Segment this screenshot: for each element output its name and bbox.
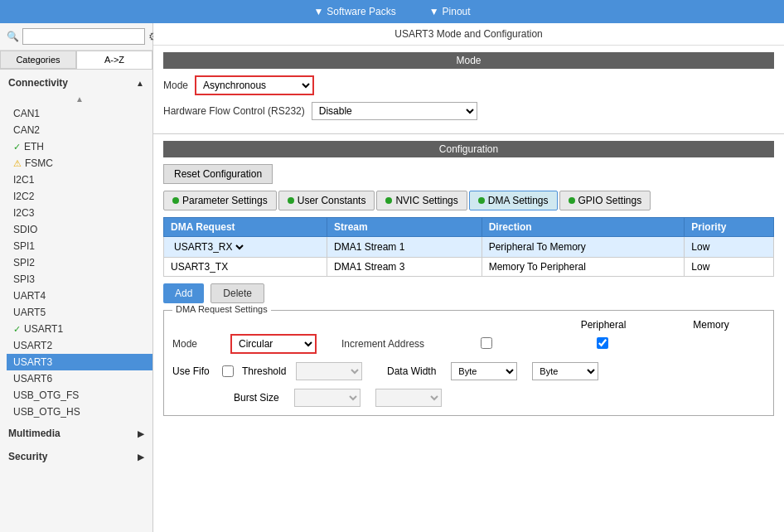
direction-cell: Memory To Peripheral xyxy=(482,258,685,277)
dma-request-select[interactable]: USART3_RX xyxy=(171,240,246,254)
sidebar-item-sdio[interactable]: SDIO xyxy=(7,221,152,238)
dma-mode-select[interactable]: Circular Normal xyxy=(232,336,315,352)
security-label: Security xyxy=(8,451,47,462)
burst-size-row: Burst Size xyxy=(172,389,765,407)
hw-flow-select[interactable]: Disable CTS Only RTS Only CTS/RTS xyxy=(312,102,477,120)
tab-nvic-settings[interactable]: NVIC Settings xyxy=(376,191,467,210)
sidebar-item-i2c3[interactable]: I2C3 xyxy=(7,205,152,221)
tab-parameter-settings[interactable]: Parameter Settings xyxy=(163,191,277,210)
dma-mode-select-wrapper: Circular Normal xyxy=(230,334,317,354)
security-header[interactable]: Security ▶ xyxy=(0,447,152,467)
sidebar-item-spi2[interactable]: SPI2 xyxy=(7,254,152,271)
sidebar-item-usart6[interactable]: USART6 xyxy=(7,370,152,387)
memory-burst-select[interactable] xyxy=(375,389,442,407)
col-direction: Direction xyxy=(482,218,685,237)
arrow-icon: ▲ xyxy=(136,79,144,88)
sidebar-item-usart2[interactable]: USART2 xyxy=(7,337,152,354)
sidebar-item-label: USB_OTG_HS xyxy=(13,406,80,418)
sidebar-item-label: UART4 xyxy=(13,290,46,302)
mode-settings-row: Mode Circular Normal Increment Address xyxy=(172,334,765,354)
tab-label: User Constants xyxy=(298,195,366,206)
sidebar-item-label: I2C2 xyxy=(13,191,34,202)
content-title: USART3 Mode and Configuration xyxy=(153,23,784,46)
sidebar-item-usb-otg-hs[interactable]: USB_OTG_HS xyxy=(7,404,152,420)
mode-select-wrapper: Asynchronous Synchronous Disable xyxy=(195,75,314,95)
col-priority: Priority xyxy=(685,218,774,237)
sidebar-search-bar: 🔍 ⚙ xyxy=(0,23,152,51)
sidebar-item-label: USART2 xyxy=(13,340,52,351)
sidebar-item-uart4[interactable]: UART4 xyxy=(7,288,152,304)
tab-user-constants[interactable]: User Constants xyxy=(278,191,375,210)
tab-categories[interactable]: Categories xyxy=(0,51,76,69)
peripheral-checkbox[interactable] xyxy=(481,337,492,349)
scroll-up-arrow[interactable]: ▲ xyxy=(7,93,152,105)
col-dma-request: DMA Request xyxy=(164,218,327,237)
mode-select[interactable]: Asynchronous Synchronous Disable xyxy=(196,77,312,94)
incr-addr-label: Increment Address xyxy=(341,338,424,350)
priority-cell: Low xyxy=(685,237,774,258)
direction-cell: Peripheral To Memory xyxy=(482,237,685,258)
software-packs-menu[interactable]: ▼ Software Packs xyxy=(313,6,395,17)
multimedia-header[interactable]: Multimedia ▶ xyxy=(0,423,152,443)
sidebar: 🔍 ⚙ Categories A->Z Connectivity ▲ ▲ CAN… xyxy=(0,23,153,532)
reset-config-button[interactable]: Reset Configuration xyxy=(163,164,273,184)
peripheral-checkbox-cell xyxy=(433,337,540,351)
hw-flow-row: Hardware Flow Control (RS232) Disable CT… xyxy=(163,102,774,120)
delete-button[interactable]: Delete xyxy=(211,283,264,303)
sidebar-item-can2[interactable]: CAN2 xyxy=(7,122,152,138)
sidebar-item-spi3[interactable]: SPI3 xyxy=(7,271,152,288)
peripheral-dw-select[interactable]: Byte Half Word Word xyxy=(451,362,517,380)
dma-table: DMA Request Stream Direction Priority US… xyxy=(163,217,774,277)
sidebar-section-multimedia: Multimedia ▶ xyxy=(0,423,152,443)
memory-checkbox[interactable] xyxy=(597,337,608,349)
dma-request-cell: USART3_RX xyxy=(164,237,327,258)
sidebar-item-uart5[interactable]: UART5 xyxy=(7,304,152,321)
sidebar-item-label: USART1 xyxy=(24,323,63,335)
threshold-label: Threshold xyxy=(242,365,288,377)
sidebar-item-eth[interactable]: ✓ ETH xyxy=(7,138,152,155)
sidebar-item-i2c2[interactable]: I2C2 xyxy=(7,188,152,205)
sidebar-item-usb-otg-fs[interactable]: USB_OTG_FS xyxy=(7,387,152,404)
tab-dot xyxy=(172,197,179,204)
pinout-menu[interactable]: ▼ Pinout xyxy=(429,6,471,17)
pinout-label: Pinout xyxy=(443,6,471,17)
hw-flow-label: Hardware Flow Control (RS232) xyxy=(163,105,305,117)
dma-request-cell: USART3_TX xyxy=(164,258,327,277)
table-row: USART3_TX DMA1 Stream 3 Memory To Periph… xyxy=(164,258,774,277)
software-packs-label: Software Packs xyxy=(327,6,395,17)
sidebar-item-fsmc[interactable]: ⚠ FSMC xyxy=(7,155,152,172)
sidebar-content: Connectivity ▲ ▲ CAN1 CAN2 ✓ ETH xyxy=(0,70,152,532)
sidebar-item-usart1[interactable]: ✓ USART1 xyxy=(7,321,152,337)
use-fifo-checkbox[interactable] xyxy=(222,365,234,377)
dma-settings-title: DMA Request Settings xyxy=(172,304,271,314)
stream-cell: DMA1 Stream 1 xyxy=(327,237,482,258)
tab-atoz[interactable]: A->Z xyxy=(76,51,152,69)
mode-label: Mode xyxy=(172,338,222,350)
peripheral-burst-select[interactable] xyxy=(294,389,361,407)
check-icon: ✓ xyxy=(13,324,21,335)
sidebar-item-label: USART6 xyxy=(13,373,52,384)
memory-dw-select[interactable]: Byte Half Word Word xyxy=(532,362,598,380)
mode-label: Mode xyxy=(163,80,188,91)
sidebar-item-can1[interactable]: CAN1 xyxy=(7,105,152,122)
tab-dot xyxy=(569,197,575,204)
sidebar-item-i2c1[interactable]: I2C1 xyxy=(7,172,152,188)
sidebar-item-label: SPI1 xyxy=(13,240,35,252)
tab-label: DMA Settings xyxy=(488,195,549,206)
add-button[interactable]: Add xyxy=(163,283,204,303)
sidebar-section-connectivity: Connectivity ▲ ▲ CAN1 CAN2 ✓ ETH xyxy=(0,73,152,420)
data-width-row: Use Fifo Threshold Data Width Byte Half … xyxy=(172,362,765,380)
connectivity-header[interactable]: Connectivity ▲ xyxy=(0,73,152,93)
sidebar-item-label: CAN1 xyxy=(13,108,40,119)
sidebar-item-label: SPI2 xyxy=(13,257,35,268)
sidebar-item-spi1[interactable]: SPI1 xyxy=(7,238,152,254)
mode-section: Mode Mode Asynchronous Synchronous Disab… xyxy=(153,46,784,134)
threshold-select[interactable] xyxy=(296,362,362,380)
tab-gpio-settings[interactable]: GPIO Settings xyxy=(559,191,651,210)
search-input[interactable] xyxy=(22,28,145,45)
table-row: USART3_RX DMA1 Stream 1 Peripheral To Me… xyxy=(164,237,774,258)
chevron-down-icon: ▼ xyxy=(313,6,323,17)
tab-dma-settings[interactable]: DMA Settings xyxy=(469,191,558,210)
sidebar-item-usart3[interactable]: USART3 xyxy=(7,354,152,370)
config-tabs: Parameter Settings User Constants NVIC S… xyxy=(163,191,774,210)
